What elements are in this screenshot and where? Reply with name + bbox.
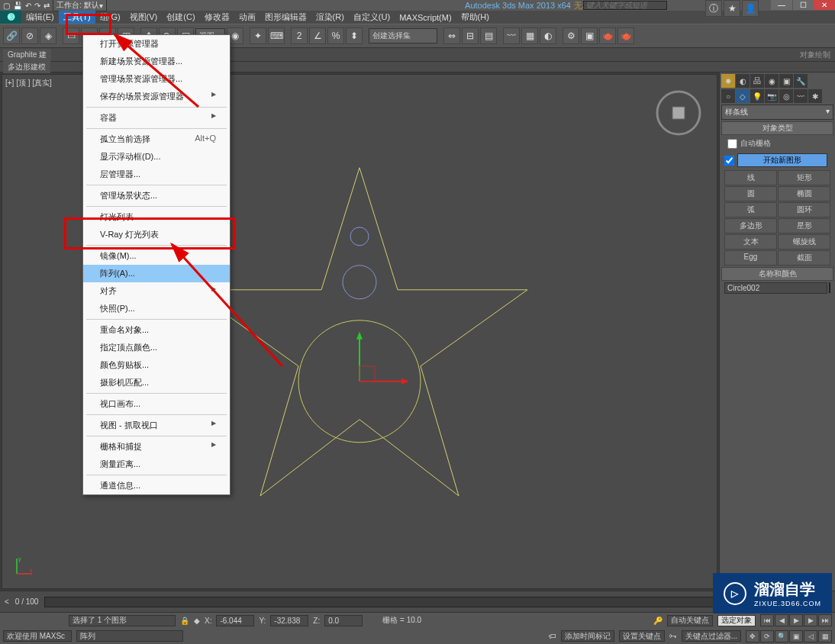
- shape-btn-椭圆[interactable]: 椭圆: [778, 186, 830, 201]
- shape-btn-截面[interactable]: 截面: [778, 250, 830, 266]
- axis-icon[interactable]: ◆: [194, 617, 200, 625]
- autogrid-checkbox[interactable]: [727, 139, 737, 149]
- orbit-icon[interactable]: ⟳: [760, 630, 774, 642]
- create-tab-icon[interactable]: ✹: [721, 74, 735, 88]
- menu-item-灯光列表...[interactable]: 灯光列表...: [83, 208, 230, 226]
- menu-item-保存的场景资源管理器[interactable]: 保存的场景资源管理器: [83, 88, 230, 105]
- snap-pct-icon[interactable]: %: [327, 27, 344, 44]
- goto-end-icon[interactable]: ⏭: [818, 614, 832, 626]
- cameras-icon[interactable]: 📷: [765, 89, 779, 103]
- schematic-icon[interactable]: ▦: [521, 27, 538, 44]
- lock-icon[interactable]: 🔒: [180, 617, 189, 625]
- new-icon[interactable]: ▢: [3, 2, 10, 10]
- shape-btn-多边形[interactable]: 多边形: [724, 218, 777, 233]
- systems-icon[interactable]: ✱: [808, 89, 822, 103]
- setkey-button[interactable]: 设置关键点: [619, 630, 665, 642]
- menu-动画[interactable]: 动画: [234, 11, 260, 24]
- key-icon[interactable]: 🔑: [653, 617, 663, 625]
- menu-组(G)[interactable]: 组(G): [95, 11, 125, 24]
- menu-编辑(E)[interactable]: 编辑(E): [21, 11, 59, 24]
- menu-item-摄影机匹配...[interactable]: 摄影机匹配...: [83, 374, 230, 391]
- align-icon[interactable]: ⊟: [462, 27, 479, 44]
- menu-item-容器[interactable]: 容器: [83, 109, 230, 127]
- menu-item-视图 - 抓取视口[interactable]: 视图 - 抓取视口: [83, 417, 230, 434]
- expand-icon[interactable]: <: [5, 597, 9, 606]
- menu-item-镜像(M)...[interactable]: 镜像(M)...: [83, 247, 230, 265]
- unlink-icon[interactable]: ⊘: [21, 27, 38, 44]
- menu-item-V-Ray 灯光列表[interactable]: V-Ray 灯光列表: [83, 226, 230, 243]
- add-time-tag[interactable]: 添加时间标记: [561, 630, 614, 642]
- motion-tab-icon[interactable]: ◉: [765, 74, 779, 88]
- signin-icon[interactable]: 👤: [742, 0, 759, 17]
- menu-渲染(R)[interactable]: 渲染(R): [311, 11, 349, 24]
- max-toggle-icon[interactable]: ▦: [818, 630, 832, 642]
- menu-item-对齐[interactable]: 对齐: [83, 282, 230, 300]
- shape-btn-圆环[interactable]: 圆环: [778, 202, 830, 217]
- layers-icon[interactable]: ▤: [480, 27, 497, 44]
- shape-btn-星形[interactable]: 星形: [778, 218, 830, 233]
- prev-frame-icon[interactable]: ◀: [775, 614, 788, 626]
- polymodel-tab[interactable]: 多边形建模: [3, 61, 50, 73]
- next-frame-icon[interactable]: ▶: [804, 614, 817, 626]
- select-link-icon[interactable]: 🔗: [3, 27, 20, 44]
- menu-自定义(U)[interactable]: 自定义(U): [349, 11, 395, 24]
- maximize-button[interactable]: ☐: [792, 0, 814, 10]
- autogrid-row[interactable]: 自动栅格: [721, 137, 833, 150]
- menu-item-阵列(A)...[interactable]: 阵列(A)...: [83, 265, 230, 282]
- search-input[interactable]: [583, 1, 667, 10]
- menu-item-孤立当前选择[interactable]: 孤立当前选择Alt+Q: [83, 130, 230, 148]
- menu-item-管理场景状态...[interactable]: 管理场景状态...: [83, 187, 230, 204]
- save-icon[interactable]: 💾: [13, 2, 22, 10]
- menu-MAXScript(M)[interactable]: MAXScript(M): [395, 11, 456, 24]
- y-coord[interactable]: -32.838: [270, 615, 308, 626]
- workspace-combo[interactable]: 工作台: 默认 ▾: [53, 0, 107, 11]
- menu-item-颜色剪贴板...[interactable]: 颜色剪贴板...: [83, 356, 230, 374]
- teapot-icon[interactable]: 🫖: [617, 27, 634, 44]
- menu-item-重命名对象...[interactable]: 重命名对象...: [83, 321, 230, 339]
- select-icon[interactable]: ▭: [63, 27, 79, 44]
- app-menu-icon[interactable]: ➌: [0, 11, 21, 24]
- bind-icon[interactable]: ◈: [40, 27, 56, 44]
- render-frame-icon[interactable]: ▣: [581, 27, 598, 44]
- menu-图形编辑器[interactable]: 图形编辑器: [260, 11, 311, 24]
- curve-ed-icon[interactable]: 〰: [503, 27, 520, 44]
- menu-创建(C)[interactable]: 创建(C): [162, 11, 199, 24]
- shape-btn-线[interactable]: 线: [724, 170, 777, 185]
- viewport-label[interactable]: [+] [顶 ] [真实]: [5, 78, 52, 89]
- menu-帮助(H)[interactable]: 帮助(H): [456, 11, 494, 24]
- keyboard-icon[interactable]: ⌨: [268, 27, 285, 44]
- menu-item-指定顶点颜色...[interactable]: 指定顶点颜色...: [83, 339, 230, 356]
- fov-icon[interactable]: ◁: [804, 630, 817, 642]
- circle-medium[interactable]: [343, 265, 376, 298]
- star-shape[interactable]: [192, 167, 527, 495]
- shape-btn-圆[interactable]: 圆: [724, 186, 777, 201]
- object-name-input[interactable]: [724, 282, 827, 294]
- modify-tab-icon[interactable]: ◐: [736, 74, 750, 88]
- z-coord[interactable]: 0.0: [324, 615, 363, 626]
- circle-small[interactable]: [350, 227, 369, 245]
- timeline[interactable]: < 0 / 100: [0, 591, 835, 612]
- space-warps-icon[interactable]: 〰: [794, 89, 808, 103]
- menu-item-快照(P)...[interactable]: 快照(P)...: [83, 300, 230, 317]
- color-swatch[interactable]: [829, 282, 830, 293]
- undo-icon[interactable]: ↶: [25, 2, 31, 10]
- manip-icon[interactable]: ✦: [250, 27, 266, 44]
- info-icon[interactable]: ⓘ: [705, 0, 722, 17]
- geom-icon[interactable]: ○: [721, 89, 735, 103]
- helpers-icon[interactable]: ◎: [779, 89, 793, 103]
- start-new-shape-button[interactable]: 开始新图形: [737, 153, 827, 167]
- graphite-tab[interactable]: Graphite 建: [3, 49, 51, 61]
- menu-item-层管理器...[interactable]: 层管理器...: [83, 166, 230, 183]
- star-icon[interactable]: ★: [724, 0, 740, 17]
- menu-item-管理场景资源管理器...[interactable]: 管理场景资源管理器...: [83, 70, 230, 88]
- display-tab-icon[interactable]: ▣: [779, 74, 793, 88]
- named-selset-combo[interactable]: 创建选择集: [369, 28, 437, 43]
- menu-item-显示浮动框(D)...[interactable]: 显示浮动框(D)...: [83, 148, 230, 166]
- menu-item-打开资源管理器[interactable]: 打开资源管理器: [83, 35, 230, 53]
- key-filters-button[interactable]: 关键点过滤器...: [682, 630, 741, 642]
- menu-item-测量距离...[interactable]: 测量距离...: [83, 456, 230, 473]
- key-big-icon[interactable]: 🗝: [669, 632, 677, 640]
- shape-btn-矩形[interactable]: 矩形: [778, 170, 830, 185]
- menu-item-新建场景资源管理器...[interactable]: 新建场景资源管理器...: [83, 53, 230, 70]
- menu-item-视口画布...[interactable]: 视口画布...: [83, 395, 230, 413]
